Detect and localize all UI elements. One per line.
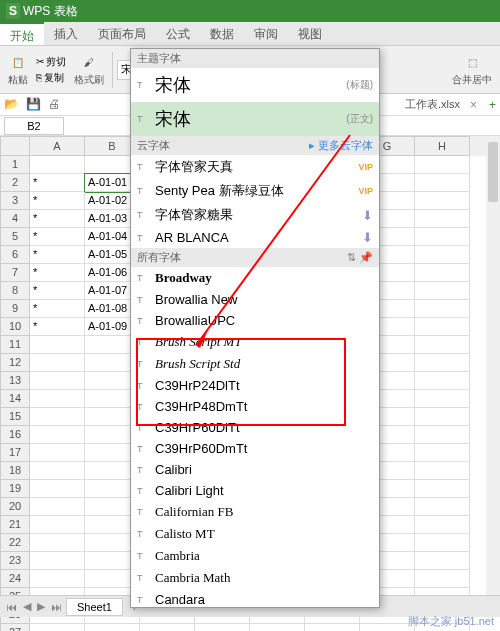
cell[interactable]: * bbox=[30, 228, 85, 246]
download-icon[interactable]: ⬇ bbox=[362, 208, 373, 223]
col-header[interactable] bbox=[0, 136, 30, 156]
sheet-nav-next[interactable]: ▶ bbox=[35, 600, 47, 613]
paste-button[interactable]: 📋 粘贴 bbox=[4, 51, 32, 89]
close-file-icon[interactable]: × bbox=[470, 98, 477, 112]
font-option[interactable]: TC39HrP60DlTt bbox=[131, 417, 379, 438]
font-option[interactable]: TCalibri bbox=[131, 459, 379, 480]
font-option[interactable]: TSenty Pea 新蒂绿豆体VIP bbox=[131, 179, 379, 203]
cell[interactable] bbox=[415, 552, 470, 570]
cell[interactable] bbox=[415, 480, 470, 498]
font-option[interactable]: T字体管家糖果⬇ bbox=[131, 203, 379, 227]
cell[interactable] bbox=[30, 372, 85, 390]
tab-start[interactable]: 开始 bbox=[0, 22, 44, 45]
cell[interactable] bbox=[30, 444, 85, 462]
row-header[interactable]: 14 bbox=[0, 390, 30, 408]
cell[interactable] bbox=[360, 624, 415, 631]
row-header[interactable]: 19 bbox=[0, 480, 30, 498]
print-icon[interactable]: 🖨 bbox=[48, 97, 64, 113]
cell[interactable]: * bbox=[30, 264, 85, 282]
open-icon[interactable]: 📂 bbox=[4, 97, 20, 113]
row-header[interactable]: 22 bbox=[0, 534, 30, 552]
cell[interactable] bbox=[415, 354, 470, 372]
row-header[interactable]: 21 bbox=[0, 516, 30, 534]
font-option[interactable]: T宋体(正文) bbox=[131, 102, 379, 136]
font-option[interactable]: TCambria Math bbox=[131, 567, 379, 589]
cell[interactable] bbox=[30, 408, 85, 426]
row-header[interactable]: 24 bbox=[0, 570, 30, 588]
tab-review[interactable]: 审阅 bbox=[244, 22, 288, 45]
row-header[interactable]: 3 bbox=[0, 192, 30, 210]
cell[interactable] bbox=[415, 336, 470, 354]
cell[interactable] bbox=[415, 174, 470, 192]
row-header[interactable]: 10 bbox=[0, 318, 30, 336]
cell[interactable] bbox=[30, 498, 85, 516]
cell[interactable] bbox=[30, 534, 85, 552]
row-header[interactable]: 20 bbox=[0, 498, 30, 516]
font-option[interactable]: TCalisto MT bbox=[131, 523, 379, 545]
cell[interactable] bbox=[415, 156, 470, 174]
cell[interactable] bbox=[85, 624, 140, 631]
row-header[interactable]: 2 bbox=[0, 174, 30, 192]
cell[interactable] bbox=[415, 228, 470, 246]
tab-insert[interactable]: 插入 bbox=[44, 22, 88, 45]
cell[interactable]: * bbox=[30, 318, 85, 336]
cell[interactable]: * bbox=[30, 210, 85, 228]
row-header[interactable]: 16 bbox=[0, 426, 30, 444]
row-header[interactable]: 9 bbox=[0, 300, 30, 318]
font-option[interactable]: TBrush Script Std bbox=[131, 353, 379, 375]
font-option[interactable]: TCalifornian FB bbox=[131, 501, 379, 523]
cell[interactable] bbox=[30, 552, 85, 570]
font-option[interactable]: TBrush Script MT bbox=[131, 331, 379, 353]
cell[interactable] bbox=[415, 534, 470, 552]
copy-button[interactable]: ⎘复制 bbox=[36, 71, 66, 85]
font-option[interactable]: TCambria bbox=[131, 545, 379, 567]
cell[interactable] bbox=[415, 318, 470, 336]
cell[interactable] bbox=[30, 624, 85, 631]
cell[interactable] bbox=[415, 264, 470, 282]
cell[interactable] bbox=[30, 516, 85, 534]
row-header[interactable]: 15 bbox=[0, 408, 30, 426]
cell[interactable] bbox=[415, 408, 470, 426]
cut-button[interactable]: ✂剪切 bbox=[36, 55, 66, 69]
cell[interactable] bbox=[30, 426, 85, 444]
cell[interactable] bbox=[415, 390, 470, 408]
cell[interactable] bbox=[30, 336, 85, 354]
col-header[interactable]: A bbox=[30, 136, 85, 156]
name-box[interactable] bbox=[4, 117, 64, 135]
cell[interactable] bbox=[30, 156, 85, 174]
tab-view[interactable]: 视图 bbox=[288, 22, 332, 45]
tab-layout[interactable]: 页面布局 bbox=[88, 22, 156, 45]
font-option[interactable]: TC39HrP24DlTt bbox=[131, 375, 379, 396]
row-header[interactable]: 17 bbox=[0, 444, 30, 462]
cell[interactable] bbox=[415, 210, 470, 228]
row-header[interactable]: 5 bbox=[0, 228, 30, 246]
cell[interactable] bbox=[140, 624, 195, 631]
row-header[interactable]: 4 bbox=[0, 210, 30, 228]
sheet-nav-first[interactable]: ⏮ bbox=[4, 601, 19, 613]
cell[interactable] bbox=[30, 390, 85, 408]
more-cloud-fonts-link[interactable]: ▸ 更多云字体 bbox=[309, 138, 373, 153]
add-tab-icon[interactable]: + bbox=[489, 98, 496, 112]
font-option[interactable]: TC39HrP48DmTt bbox=[131, 396, 379, 417]
cell[interactable] bbox=[415, 444, 470, 462]
download-icon[interactable]: ⬇ bbox=[362, 230, 373, 245]
font-option[interactable]: TBrowalliaUPC bbox=[131, 310, 379, 331]
cell[interactable] bbox=[250, 624, 305, 631]
font-option[interactable]: TBrowallia New bbox=[131, 289, 379, 310]
tab-formula[interactable]: 公式 bbox=[156, 22, 200, 45]
cell[interactable] bbox=[415, 498, 470, 516]
row-header[interactable]: 18 bbox=[0, 462, 30, 480]
pin-icon[interactable]: ⇅ 📌 bbox=[347, 251, 373, 264]
cell[interactable]: * bbox=[30, 282, 85, 300]
cell[interactable] bbox=[415, 516, 470, 534]
sheet-nav-last[interactable]: ⏭ bbox=[49, 601, 64, 613]
cell[interactable] bbox=[415, 300, 470, 318]
tab-data[interactable]: 数据 bbox=[200, 22, 244, 45]
row-header[interactable]: 12 bbox=[0, 354, 30, 372]
format-painter-button[interactable]: 🖌 格式刷 bbox=[70, 51, 108, 89]
cell[interactable] bbox=[415, 282, 470, 300]
font-option[interactable]: TCalibri Light bbox=[131, 480, 379, 501]
font-option[interactable]: T字体管家天真VIP bbox=[131, 155, 379, 179]
cell[interactable] bbox=[415, 246, 470, 264]
cell[interactable] bbox=[30, 480, 85, 498]
